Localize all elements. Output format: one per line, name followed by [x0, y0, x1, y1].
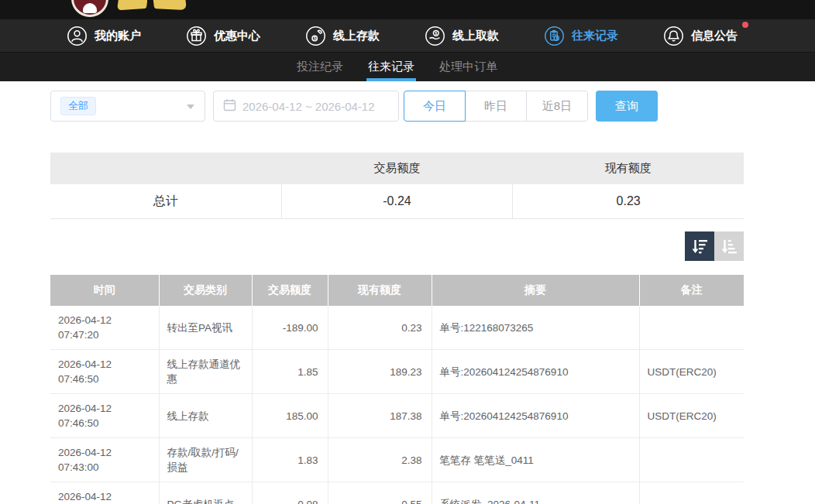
type-tag[interactable]: 全部 — [60, 97, 96, 115]
cell-type: PG老虎机返点 — [159, 482, 252, 504]
last-8-days-button[interactable]: 近8日 — [526, 91, 588, 122]
nav-item-transaction-records[interactable]: 往来记录 — [544, 26, 618, 46]
col-header-time: 时间 — [50, 275, 159, 306]
site-logo-text — [153, 0, 187, 10]
cell-current-amount: 189.23 — [328, 350, 432, 394]
nav-label: 线上存款 — [333, 29, 380, 43]
col-header-type: 交易类别 — [159, 275, 252, 306]
calendar-icon — [223, 98, 236, 114]
table-row[interactable]: 2026-04-12 07:47:20 转出至PA视讯 -189.00 0.23… — [50, 306, 744, 350]
top-strip — [0, 0, 815, 19]
date-range-value: 2026-04-12 ~ 2026-04-12 — [242, 100, 375, 113]
cell-remark: USDT(ERC20) — [639, 350, 744, 394]
cell-summary: 笔笔存 笔笔送_0411 — [432, 438, 639, 482]
cell-summary: 单号:202604124254876910 — [432, 350, 639, 394]
summary-current-total: 0.23 — [513, 184, 744, 218]
records-icon — [544, 26, 565, 46]
gift-icon — [186, 26, 207, 46]
cell-type: 存款/取款/打码/损益 — [159, 438, 252, 482]
tab-transaction-records[interactable]: 往来记录 — [366, 53, 416, 81]
svg-text:$: $ — [435, 30, 437, 35]
cell-transaction-amount: -189.00 — [252, 306, 328, 350]
cell-time: 2026-04-12 02:00:32 — [50, 482, 159, 504]
cell-summary: 单号:202604124254876910 — [432, 394, 639, 438]
col-header-current-amount: 现有额度 — [328, 275, 432, 306]
cell-time: 2026-04-12 07:47:20 — [50, 306, 159, 350]
cell-summary: 单号:122168073265 — [432, 306, 639, 350]
sort-controls — [50, 231, 744, 261]
cell-type: 线上存款通道优惠 — [159, 350, 252, 394]
site-logo-icon[interactable] — [71, 0, 108, 17]
cell-remark — [639, 482, 744, 504]
chevron-down-icon — [187, 105, 194, 109]
sort-ascending-button[interactable] — [714, 231, 744, 261]
cell-transaction-amount: 1.85 — [252, 350, 328, 394]
summary-header-empty — [50, 153, 281, 184]
filter-bar: 全部 2026-04-12 ~ 2026-04-12 今日 昨日 近8日 查询 — [50, 91, 744, 122]
nav-label: 往来记录 — [572, 29, 618, 43]
user-icon — [67, 26, 88, 46]
col-header-remark: 备注 — [639, 275, 744, 306]
search-button[interactable]: 查询 — [596, 91, 658, 122]
table-row[interactable]: 2026-04-12 02:00:32 PG老虎机返点 0.08 0.55 系统… — [50, 482, 744, 504]
tab-pending-orders[interactable]: 处理中订单 — [438, 53, 499, 81]
cell-time: 2026-04-12 07:46:50 — [50, 350, 159, 394]
nav-item-online-deposit[interactable]: $ 线上存款 — [305, 26, 380, 46]
cell-transaction-amount: 1.83 — [252, 438, 328, 482]
nav-item-promotions[interactable]: 优惠中心 — [186, 26, 260, 46]
nav-label: 我的账户 — [95, 29, 141, 43]
bell-icon — [663, 26, 684, 46]
summary-header-transaction: 交易额度 — [281, 153, 512, 184]
nav-item-online-withdraw[interactable]: $ 线上取款 — [425, 26, 499, 46]
table-row[interactable]: 2026-04-12 07:46:50 线上存款通道优惠 1.85 189.23… — [50, 350, 744, 394]
table-row[interactable]: 2026-04-12 07:43:00 存款/取款/打码/损益 1.83 2.3… — [50, 438, 744, 482]
cell-time: 2026-04-12 07:46:50 — [50, 394, 159, 438]
notification-dot — [742, 22, 748, 28]
cell-summary: 系统派发_2026-04-11 — [432, 482, 639, 504]
nav-label: 优惠中心 — [214, 29, 260, 43]
quick-range-group: 今日 昨日 近8日 — [404, 91, 588, 122]
table-row[interactable]: 2026-04-12 07:46:50 线上存款 185.00 187.38 单… — [50, 394, 744, 438]
summary-total-label: 总计 — [50, 184, 282, 218]
deposit-icon: $ — [305, 26, 326, 46]
cell-time: 2026-04-12 07:43:00 — [50, 438, 159, 482]
cell-current-amount: 0.23 — [328, 306, 432, 350]
cell-transaction-amount: 185.00 — [252, 394, 328, 438]
sort-ascending-icon — [720, 237, 738, 255]
sub-nav: 投注纪录 往来记录 处理中订单 — [0, 53, 815, 81]
transactions-table: 时间 交易类别 交易额度 现有额度 摘要 备注 2026-04-12 07:47… — [50, 275, 744, 504]
tab-betting-records[interactable]: 投注纪录 — [295, 53, 345, 81]
cell-current-amount: 187.38 — [328, 394, 432, 438]
cell-current-amount: 0.55 — [328, 482, 432, 504]
cell-remark: USDT(ERC20) — [639, 394, 744, 438]
main-nav: 我的账户 优惠中心 $ 线上存款 $ — [0, 19, 815, 53]
summary-table: 交易额度 现有额度 总计 -0.24 0.23 — [50, 153, 744, 219]
withdraw-icon: $ — [425, 26, 445, 46]
cell-remark — [639, 438, 744, 482]
sort-descending-icon — [690, 237, 709, 255]
nav-label: 线上取款 — [452, 29, 499, 43]
col-header-summary: 摘要 — [432, 275, 639, 306]
col-header-transaction-amount: 交易额度 — [252, 275, 328, 306]
cell-current-amount: 2.38 — [328, 438, 432, 482]
sort-descending-button[interactable] — [685, 231, 714, 261]
type-select[interactable]: 全部 — [50, 91, 205, 122]
yesterday-button[interactable]: 昨日 — [465, 91, 527, 122]
summary-header-current: 现有额度 — [513, 153, 744, 184]
cell-type: 转出至PA视讯 — [159, 306, 252, 350]
svg-text:$: $ — [314, 36, 316, 40]
nav-item-my-account[interactable]: 我的账户 — [67, 26, 141, 46]
cell-remark — [639, 306, 744, 350]
today-button[interactable]: 今日 — [404, 91, 466, 122]
summary-transaction-total: -0.24 — [282, 184, 514, 218]
table-header-row: 时间 交易类别 交易额度 现有额度 摘要 备注 — [50, 275, 744, 306]
date-range-input[interactable]: 2026-04-12 ~ 2026-04-12 — [213, 91, 399, 122]
nav-item-announcements[interactable]: 信息公告 — [663, 26, 738, 46]
cell-transaction-amount: 0.08 — [252, 482, 328, 504]
site-logo-text — [117, 0, 148, 10]
transactions-body: 2026-04-12 07:47:20 转出至PA视讯 -189.00 0.23… — [50, 306, 744, 504]
cell-type: 线上存款 — [159, 394, 252, 438]
nav-label: 信息公告 — [691, 29, 738, 43]
